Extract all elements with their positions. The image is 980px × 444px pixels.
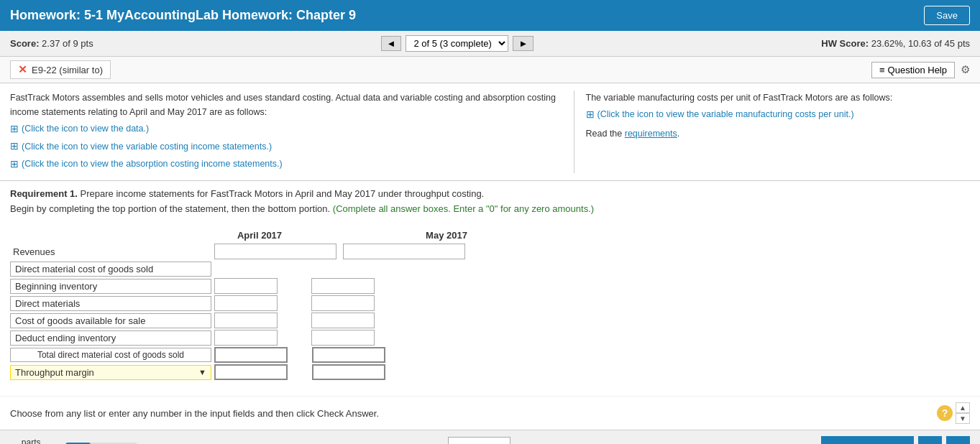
question-help-button[interactable]: ≡ Question Help <box>871 62 955 78</box>
revenues-row: Revenues <box>10 244 970 259</box>
question-id: E9-22 (similar to) <box>32 65 103 75</box>
deduct-end-label: Deduct ending inventory <box>10 330 211 346</box>
grid-icon-1: ⊞ <box>10 121 19 137</box>
footer-bar: 3 parts remaining Clear All Check Answer… <box>0 430 980 444</box>
read-req: Read the requirements. <box>586 126 970 141</box>
variable-mfg-link[interactable]: ⊞ (Click the icon to view the variable m… <box>586 106 970 122</box>
direct-mat-april-cell[interactable] <box>214 295 283 311</box>
info-text: FastTrack Motors assembles and sells mot… <box>10 91 559 119</box>
progress-dropdown[interactable]: 2 of 5 (3 complete) <box>406 35 508 52</box>
total-dm-may-input[interactable] <box>312 347 385 363</box>
total-dm-row: Total direct material cost of goods sold <box>10 347 970 363</box>
question-icon: ✕ <box>18 63 27 76</box>
direct-mat-may-cell[interactable] <box>311 295 380 311</box>
direct-mat-row: Direct materials <box>10 295 970 311</box>
footer-prev-button[interactable]: ◄ <box>918 436 942 444</box>
gear-icon[interactable]: ⚙ <box>961 63 970 76</box>
clear-all-button[interactable]: Clear All <box>448 437 510 444</box>
info-right: The variable manufacturing costs per uni… <box>574 91 970 173</box>
requirements-link[interactable]: requirements <box>625 129 677 139</box>
instruction-label: Choose from any list or enter any number… <box>10 408 379 419</box>
dm-cost-label: Direct material cost of goods sold <box>10 262 211 277</box>
check-answer-button[interactable]: Check Answer <box>821 436 914 444</box>
direct-mat-april-input[interactable] <box>214 295 278 311</box>
variable-costing-link[interactable]: ⊞ (Click the icon to view the variable c… <box>10 138 559 154</box>
requirement-section: Requirement 1. Prepare income statements… <box>0 181 980 230</box>
scroll-up-button[interactable]: ▲ <box>956 402 970 413</box>
top-bar: Homework: 5-1 MyAccountingLab Homework: … <box>0 0 980 31</box>
parts-label: parts remaining <box>22 438 60 444</box>
dm-cost-row: Direct material cost of goods sold <box>10 262 970 277</box>
cogs-avail-row: Cost of goods available for sale <box>10 313 970 328</box>
save-button[interactable]: Save <box>924 6 970 25</box>
footer-next-button[interactable]: ► <box>946 436 970 444</box>
april-header: April 2017 <box>213 230 306 241</box>
scroll-down-button[interactable]: ▼ <box>956 413 970 424</box>
revenues-may-input[interactable] <box>343 244 465 259</box>
may-header: May 2017 <box>400 230 493 241</box>
page-title: Homework: 5-1 MyAccountingLab Homework: … <box>10 8 356 23</box>
revenues-april-input[interactable] <box>214 244 336 259</box>
deduct-end-row: Deduct ending inventory <box>10 330 970 346</box>
deduct-end-may-input[interactable] <box>311 330 375 346</box>
total-dm-label: Total direct material cost of goods sold <box>10 348 211 362</box>
footer-right: Check Answer ◄ ► <box>821 436 970 444</box>
parts-remaining: 3 parts remaining <box>10 438 137 444</box>
score-label: Score: 2.37 of 9 pts <box>10 38 93 49</box>
direct-mat-label: Direct materials <box>10 296 211 311</box>
info-panel: FastTrack Motors assembles and sells mot… <box>0 83 980 181</box>
deduct-end-may-cell[interactable] <box>311 330 380 346</box>
grid-icon-3: ⊞ <box>10 156 19 172</box>
total-dm-april-cell[interactable] <box>214 347 292 363</box>
instruction-text: Begin by completing the top portion of t… <box>10 203 970 214</box>
right-info-text: The variable manufacturing costs per uni… <box>586 91 970 105</box>
throughput-row: Throughput margin ▼ <box>10 364 970 380</box>
question-label-box: ✕ E9-22 (similar to) <box>10 60 111 79</box>
question-bar: ✕ E9-22 (similar to) ≡ Question Help ⚙ <box>0 57 980 83</box>
bottom-instruction: Choose from any list or enter any number… <box>0 396 980 430</box>
cogs-avail-label: Cost of goods available for sale <box>10 313 211 328</box>
beg-inv-may-cell[interactable] <box>311 278 380 294</box>
footer-center: Clear All <box>448 437 510 444</box>
absorption-costing-link[interactable]: ⊞ (Click the icon to view the absorption… <box>10 156 559 172</box>
score-left: Score: 2.37 of 9 pts <box>10 38 93 49</box>
beg-inv-label: Beginning inventory <box>10 279 211 294</box>
total-dm-april-input[interactable] <box>214 347 288 363</box>
throughput-may-cell[interactable] <box>312 364 390 380</box>
prev-question-button[interactable]: ◄ <box>381 36 402 51</box>
throughput-dropdown[interactable]: Throughput margin ▼ <box>10 365 211 380</box>
throughput-april-cell[interactable] <box>214 364 292 380</box>
cogs-avail-may-cell[interactable] <box>311 313 380 328</box>
direct-mat-may-input[interactable] <box>311 295 375 311</box>
table-area: April 2017 May 2017 Revenues Direct mate… <box>0 230 980 389</box>
beg-inv-april-cell[interactable] <box>214 278 283 294</box>
throughput-may-input[interactable] <box>312 364 385 380</box>
deduct-end-april-cell[interactable] <box>214 330 283 346</box>
data-link[interactable]: ⊞ (Click the icon to view the data.) <box>10 121 559 137</box>
throughput-april-input[interactable] <box>214 364 288 380</box>
next-question-button[interactable]: ► <box>513 36 533 51</box>
cogs-avail-april-input[interactable] <box>214 313 278 328</box>
beg-inv-april-input[interactable] <box>214 278 278 294</box>
beg-inv-row: Beginning inventory <box>10 278 970 294</box>
hw-score: HW Score: 23.62%, 10.63 of 45 pts <box>821 38 970 49</box>
grid-icon-4: ⊞ <box>586 106 595 122</box>
revenues-may-cell[interactable] <box>343 244 469 259</box>
list-icon: ≡ <box>879 65 885 75</box>
cogs-avail-april-cell[interactable] <box>214 313 283 328</box>
score-nav: ◄ 2 of 5 (3 complete) ► <box>381 35 534 52</box>
revenues-april-cell[interactable] <box>214 244 340 259</box>
requirement-title: Requirement 1. Prepare income statements… <box>10 188 970 199</box>
column-headers: April 2017 May 2017 <box>213 230 970 241</box>
deduct-end-april-input[interactable] <box>214 330 278 346</box>
revenues-label: Revenues <box>10 245 211 259</box>
question-help-area: ≡ Question Help ⚙ <box>871 62 970 78</box>
info-left: FastTrack Motors assembles and sells mot… <box>10 91 559 173</box>
total-dm-may-cell[interactable] <box>312 347 390 363</box>
cogs-avail-may-input[interactable] <box>311 313 375 328</box>
grid-icon-2: ⊞ <box>10 138 19 154</box>
scroll-arrows: ▲ ▼ <box>956 402 970 424</box>
beg-inv-may-input[interactable] <box>311 278 375 294</box>
score-bar: Score: 2.37 of 9 pts ◄ 2 of 5 (3 complet… <box>0 31 980 57</box>
help-circle-button[interactable]: ? <box>937 405 953 421</box>
